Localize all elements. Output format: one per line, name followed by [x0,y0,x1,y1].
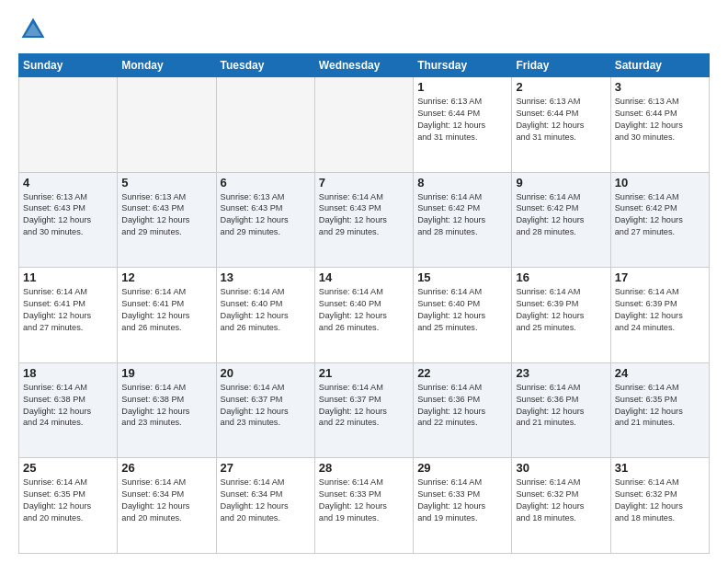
calendar-day: 29Sunrise: 6:14 AMSunset: 6:33 PMDayligh… [414,458,512,554]
calendar-day: 4Sunrise: 6:13 AMSunset: 6:43 PMDaylight… [19,172,118,268]
calendar-day: 27Sunrise: 6:14 AMSunset: 6:34 PMDayligh… [216,458,314,554]
calendar-day: 17Sunrise: 6:14 AMSunset: 6:39 PMDayligh… [610,268,709,363]
day-info: Sunrise: 6:14 AMSunset: 6:40 PMDaylight:… [417,286,507,334]
day-number: 3 [615,80,705,94]
calendar-week-3: 18Sunrise: 6:14 AMSunset: 6:38 PMDayligh… [19,362,710,458]
day-number: 30 [516,461,606,475]
day-info: Sunrise: 6:13 AMSunset: 6:44 PMDaylight:… [516,96,606,144]
day-number: 15 [417,270,507,284]
calendar-day: 25Sunrise: 6:14 AMSunset: 6:35 PMDayligh… [19,458,118,554]
day-number: 13 [221,270,311,284]
calendar-day: 2Sunrise: 6:13 AMSunset: 6:44 PMDaylight… [512,77,610,173]
calendar-day: 11Sunrise: 6:14 AMSunset: 6:41 PMDayligh… [19,268,118,363]
calendar-day [314,77,413,173]
day-number: 11 [23,270,113,284]
day-info: Sunrise: 6:14 AMSunset: 6:42 PMDaylight:… [417,191,507,239]
calendar-day: 9Sunrise: 6:14 AMSunset: 6:42 PMDaylight… [512,172,610,268]
day-number: 25 [23,461,113,475]
calendar-day: 18Sunrise: 6:14 AMSunset: 6:38 PMDayligh… [19,362,118,458]
day-info: Sunrise: 6:14 AMSunset: 6:43 PMDaylight:… [319,191,409,239]
day-number: 20 [221,366,311,380]
day-info: Sunrise: 6:14 AMSunset: 6:32 PMDaylight:… [615,477,705,524]
day-number: 4 [23,176,113,190]
calendar-day: 8Sunrise: 6:14 AMSunset: 6:42 PMDaylight… [414,172,512,268]
calendar-day: 19Sunrise: 6:14 AMSunset: 6:38 PMDayligh… [118,362,216,458]
day-info: Sunrise: 6:14 AMSunset: 6:40 PMDaylight:… [221,286,311,334]
day-info: Sunrise: 6:14 AMSunset: 6:35 PMDaylight:… [615,382,705,430]
day-number: 18 [23,366,113,380]
day-info: Sunrise: 6:13 AMSunset: 6:44 PMDaylight:… [615,96,705,144]
day-header-sunday: Sunday [19,54,118,77]
day-info: Sunrise: 6:14 AMSunset: 6:41 PMDaylight:… [121,286,211,334]
day-number: 24 [615,366,705,380]
day-header-monday: Monday [118,54,216,77]
page: SundayMondayTuesdayWednesdayThursdayFrid… [0,0,728,563]
day-info: Sunrise: 6:14 AMSunset: 6:32 PMDaylight:… [516,477,606,524]
day-header-tuesday: Tuesday [216,54,314,77]
day-number: 29 [417,461,507,475]
calendar-day: 30Sunrise: 6:14 AMSunset: 6:32 PMDayligh… [512,458,610,554]
calendar-day: 7Sunrise: 6:14 AMSunset: 6:43 PMDaylight… [314,172,413,268]
day-number: 9 [516,176,606,190]
calendar-day: 14Sunrise: 6:14 AMSunset: 6:40 PMDayligh… [314,268,413,363]
day-info: Sunrise: 6:13 AMSunset: 6:43 PMDaylight:… [23,191,113,239]
day-number: 12 [121,270,211,284]
logo [18,15,51,44]
day-header-thursday: Thursday [414,54,512,77]
calendar-day: 13Sunrise: 6:14 AMSunset: 6:40 PMDayligh… [216,268,314,363]
logo-icon [18,15,48,44]
day-number: 8 [417,176,507,190]
calendar-day: 28Sunrise: 6:14 AMSunset: 6:33 PMDayligh… [314,458,413,554]
calendar-day: 23Sunrise: 6:14 AMSunset: 6:36 PMDayligh… [512,362,610,458]
day-number: 23 [516,366,606,380]
day-info: Sunrise: 6:14 AMSunset: 6:41 PMDaylight:… [23,286,113,334]
day-info: Sunrise: 6:14 AMSunset: 6:39 PMDaylight:… [615,286,705,334]
day-number: 28 [319,461,409,475]
day-number: 1 [417,80,507,94]
day-info: Sunrise: 6:14 AMSunset: 6:33 PMDaylight:… [319,477,409,524]
day-info: Sunrise: 6:14 AMSunset: 6:37 PMDaylight:… [221,382,311,430]
day-info: Sunrise: 6:14 AMSunset: 6:38 PMDaylight:… [23,382,113,430]
calendar-day [118,77,216,173]
calendar-day: 6Sunrise: 6:13 AMSunset: 6:43 PMDaylight… [216,172,314,268]
day-number: 10 [615,176,705,190]
calendar-week-1: 4Sunrise: 6:13 AMSunset: 6:43 PMDaylight… [19,172,710,268]
day-header-saturday: Saturday [610,54,709,77]
calendar-day: 21Sunrise: 6:14 AMSunset: 6:37 PMDayligh… [314,362,413,458]
calendar-day: 12Sunrise: 6:14 AMSunset: 6:41 PMDayligh… [118,268,216,363]
day-header-wednesday: Wednesday [314,54,413,77]
day-info: Sunrise: 6:14 AMSunset: 6:36 PMDaylight:… [516,382,606,430]
calendar-day: 22Sunrise: 6:14 AMSunset: 6:36 PMDayligh… [414,362,512,458]
day-header-friday: Friday [512,54,610,77]
calendar-day: 24Sunrise: 6:14 AMSunset: 6:35 PMDayligh… [610,362,709,458]
day-number: 17 [615,270,705,284]
day-info: Sunrise: 6:13 AMSunset: 6:43 PMDaylight:… [221,191,311,239]
day-info: Sunrise: 6:14 AMSunset: 6:33 PMDaylight:… [417,477,507,524]
day-number: 6 [221,176,311,190]
calendar-header-row: SundayMondayTuesdayWednesdayThursdayFrid… [19,54,710,77]
day-info: Sunrise: 6:14 AMSunset: 6:34 PMDaylight:… [221,477,311,524]
calendar-day [216,77,314,173]
calendar-day: 1Sunrise: 6:13 AMSunset: 6:44 PMDaylight… [414,77,512,173]
calendar-day: 10Sunrise: 6:14 AMSunset: 6:42 PMDayligh… [610,172,709,268]
day-number: 16 [516,270,606,284]
day-number: 14 [319,270,409,284]
day-info: Sunrise: 6:14 AMSunset: 6:38 PMDaylight:… [121,382,211,430]
day-info: Sunrise: 6:14 AMSunset: 6:35 PMDaylight:… [23,477,113,524]
calendar-day: 3Sunrise: 6:13 AMSunset: 6:44 PMDaylight… [610,77,709,173]
calendar-day: 15Sunrise: 6:14 AMSunset: 6:40 PMDayligh… [414,268,512,363]
calendar-day: 31Sunrise: 6:14 AMSunset: 6:32 PMDayligh… [610,458,709,554]
day-info: Sunrise: 6:13 AMSunset: 6:44 PMDaylight:… [417,96,507,144]
day-number: 5 [121,176,211,190]
day-number: 31 [615,461,705,475]
day-number: 2 [516,80,606,94]
day-info: Sunrise: 6:14 AMSunset: 6:42 PMDaylight:… [615,191,705,239]
calendar-day [19,77,118,173]
header [18,15,710,44]
day-info: Sunrise: 6:14 AMSunset: 6:34 PMDaylight:… [121,477,211,524]
day-info: Sunrise: 6:14 AMSunset: 6:36 PMDaylight:… [417,382,507,430]
calendar-week-4: 25Sunrise: 6:14 AMSunset: 6:35 PMDayligh… [19,458,710,554]
day-number: 27 [221,461,311,475]
calendar-day: 16Sunrise: 6:14 AMSunset: 6:39 PMDayligh… [512,268,610,363]
calendar-week-2: 11Sunrise: 6:14 AMSunset: 6:41 PMDayligh… [19,268,710,363]
